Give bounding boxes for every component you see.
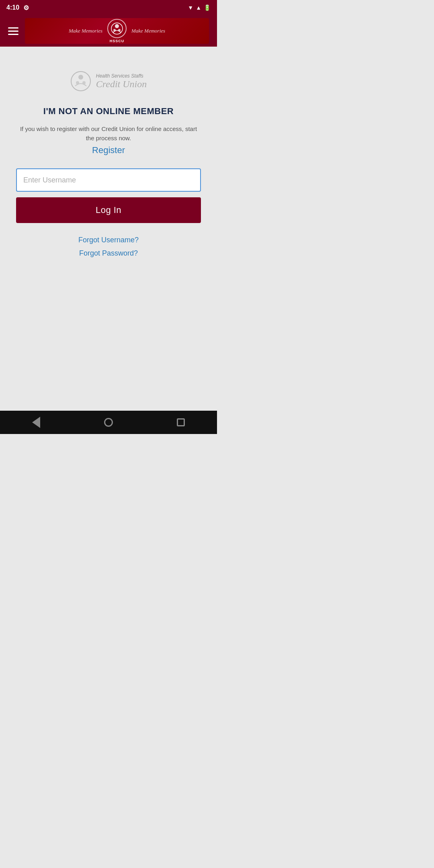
svg-point-1 (115, 24, 119, 28)
hsscu-logo-icon (107, 19, 127, 38)
header: Make Memories HSSCU Make Memories (0, 15, 217, 47)
home-icon (104, 418, 113, 427)
forgot-username-link[interactable]: Forgot Username? (78, 236, 139, 244)
hamburger-line-3 (8, 34, 18, 35)
recents-icon (177, 418, 185, 426)
org-logo-svg (70, 71, 91, 92)
page-heading: I'M NOT AN ONLINE MEMBER (43, 106, 174, 117)
org-logo-text-block: Health Services Staffs Credit Union (96, 73, 147, 90)
banner-text-right: Make Memories (127, 28, 170, 34)
time-display: 4:10 (6, 4, 19, 11)
svg-point-6 (78, 75, 83, 80)
nav-home-button[interactable] (98, 414, 119, 430)
nav-bar (0, 411, 217, 434)
org-large-text: Credit Union (96, 79, 147, 90)
org-logo: Health Services Staffs Credit Union (70, 71, 147, 92)
status-bar: 4:10 ⚙ ▼ ▲ 🔋 (0, 0, 217, 15)
nav-back-button[interactable] (26, 414, 46, 430)
username-input[interactable] (16, 168, 201, 192)
status-right: ▼ ▲ 🔋 (188, 4, 211, 11)
battery-icon: 🔋 (204, 4, 211, 11)
hamburger-line-1 (8, 27, 18, 29)
org-small-text: Health Services Staffs (96, 73, 147, 79)
register-description: If you wish to register with our Credit … (16, 125, 201, 143)
gear-icon: ⚙ (23, 4, 29, 12)
svg-point-8 (82, 81, 86, 84)
wifi-icon: ▼ (188, 4, 193, 11)
banner-logo: HSSCU (107, 19, 127, 43)
forgot-links-container: Forgot Username? Forgot Password? (78, 236, 139, 258)
signal-icon: ▲ (196, 4, 201, 11)
login-button[interactable]: Log In (16, 197, 201, 223)
hamburger-menu-button[interactable] (8, 27, 18, 35)
nav-recents-button[interactable] (171, 414, 191, 430)
back-icon (32, 417, 40, 428)
banner-text-left: Make Memories (64, 28, 107, 34)
svg-point-2 (113, 29, 116, 31)
main-content: Health Services Staffs Credit Union I'M … (0, 47, 217, 274)
register-link[interactable]: Register (92, 145, 125, 156)
status-left: 4:10 ⚙ (6, 4, 29, 12)
svg-point-3 (118, 29, 121, 31)
svg-point-4 (71, 72, 90, 91)
forgot-password-link[interactable]: Forgot Password? (79, 249, 138, 258)
banner-logo-text: HSSCU (110, 39, 125, 43)
svg-point-7 (76, 81, 79, 84)
header-banner: Make Memories HSSCU Make Memories (25, 18, 209, 44)
hamburger-line-2 (8, 31, 18, 32)
